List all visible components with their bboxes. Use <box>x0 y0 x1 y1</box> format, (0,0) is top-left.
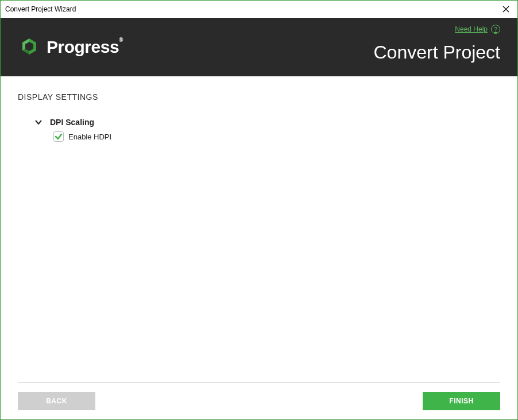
content-area: DISPLAY SETTINGS DPI Scaling Enable HDPI <box>1 76 517 374</box>
brand-logo: Progress® <box>18 36 123 59</box>
chevron-down-icon <box>34 118 43 127</box>
svg-marker-3 <box>29 38 36 55</box>
checkmark-icon <box>55 133 63 141</box>
svg-marker-2 <box>22 38 29 50</box>
enable-hdpi-label: Enable HDPI <box>68 133 111 141</box>
window-title: Convert Project Wizard <box>5 5 76 13</box>
back-button[interactable]: BACK <box>18 392 95 410</box>
close-button[interactable] <box>500 3 512 15</box>
progress-logo-icon <box>18 36 41 59</box>
wizard-header: Progress® Need Help ? Convert Project <box>1 18 517 76</box>
dpi-scaling-toggle[interactable]: DPI Scaling <box>34 118 500 127</box>
footer-buttons: BACK FINISH <box>18 392 500 410</box>
footer-divider <box>18 382 500 383</box>
page-title: Convert Project <box>373 42 500 63</box>
need-help-link[interactable]: Need Help ? <box>455 25 500 34</box>
finish-button[interactable]: FINISH <box>423 392 500 410</box>
need-help-label: Need Help <box>455 25 488 33</box>
titlebar: Convert Project Wizard <box>1 1 517 18</box>
help-icon: ? <box>491 25 500 34</box>
group-title: DPI Scaling <box>50 118 94 127</box>
enable-hdpi-checkbox[interactable] <box>53 131 64 142</box>
wizard-footer: BACK FINISH <box>1 374 517 419</box>
group-body: Enable HDPI <box>53 131 500 142</box>
close-icon <box>502 6 509 13</box>
brand-name: Progress® <box>47 37 123 57</box>
dpi-scaling-group: DPI Scaling Enable HDPI <box>34 118 500 142</box>
enable-hdpi-row: Enable HDPI <box>53 131 500 142</box>
section-title: DISPLAY SETTINGS <box>18 92 500 102</box>
